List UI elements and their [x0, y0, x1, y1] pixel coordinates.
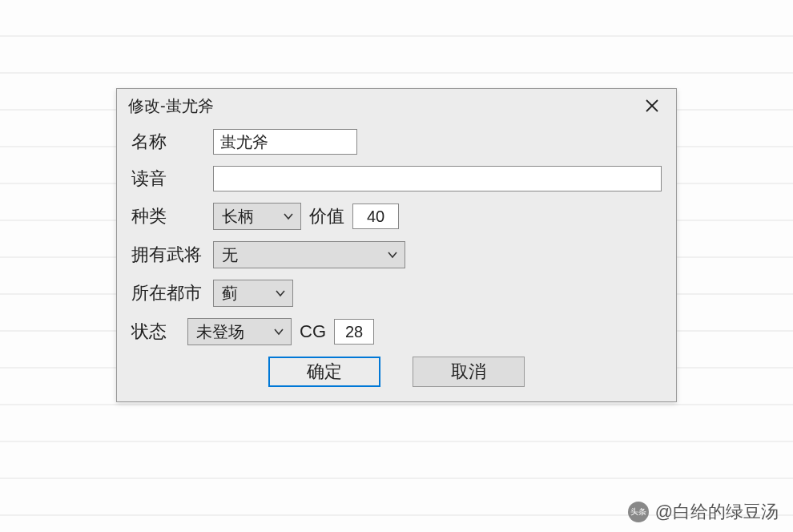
city-select[interactable]: 蓟 [213, 280, 293, 307]
watermark-icon: 头条 [628, 502, 649, 522]
cancel-button[interactable]: 取消 [413, 357, 525, 387]
watermark-brand: 头条 [630, 508, 646, 516]
ok-button[interactable]: 确定 [268, 357, 380, 387]
edit-dialog: 修改-蚩尤斧 名称 读音 种类 长柄 价值 拥有武将 [116, 88, 677, 402]
value-input[interactable] [352, 204, 399, 229]
chevron-down-icon [273, 326, 284, 337]
reading-label: 读音 [131, 167, 205, 191]
watermark-handle: @白给的绿豆汤 [655, 500, 779, 524]
row-type: 种类 长柄 价值 [131, 203, 662, 230]
row-owner: 拥有武将 无 [131, 241, 662, 268]
close-button[interactable] [636, 93, 668, 119]
name-label: 名称 [131, 130, 205, 154]
cancel-button-label: 取消 [451, 360, 486, 384]
close-icon [645, 99, 659, 113]
chevron-down-icon [283, 211, 294, 222]
dialog-title: 修改-蚩尤斧 [128, 95, 214, 117]
type-select[interactable]: 长柄 [213, 203, 301, 230]
type-select-value: 长柄 [222, 206, 254, 228]
city-label: 所在都市 [131, 281, 205, 305]
city-select-value: 蓟 [222, 283, 238, 304]
row-reading: 读音 [131, 166, 662, 191]
row-name: 名称 [131, 129, 662, 155]
value-label: 价值 [309, 204, 344, 228]
owner-select[interactable]: 无 [213, 241, 405, 268]
type-label: 种类 [131, 204, 205, 228]
cg-label: CG [300, 321, 326, 342]
titlebar: 修改-蚩尤斧 [117, 89, 676, 123]
reading-input[interactable] [213, 166, 662, 191]
status-select[interactable]: 未登场 [187, 318, 292, 345]
form-area: 名称 读音 种类 长柄 价值 拥有武将 无 所在都市 蓟 [117, 123, 676, 401]
row-city: 所在都市 蓟 [131, 280, 662, 307]
owner-select-value: 无 [222, 244, 238, 266]
button-row: 确定 取消 [131, 357, 662, 387]
name-input[interactable] [213, 129, 357, 155]
status-select-value: 未登场 [196, 321, 244, 343]
watermark: 头条 @白给的绿豆汤 [628, 500, 779, 524]
chevron-down-icon [387, 249, 398, 260]
cg-input[interactable] [334, 319, 374, 345]
chevron-down-icon [275, 288, 286, 299]
status-label: 状态 [131, 320, 179, 344]
ok-button-label: 确定 [307, 360, 342, 384]
owner-label: 拥有武将 [131, 243, 205, 267]
row-status: 状态 未登场 CG [131, 318, 662, 345]
